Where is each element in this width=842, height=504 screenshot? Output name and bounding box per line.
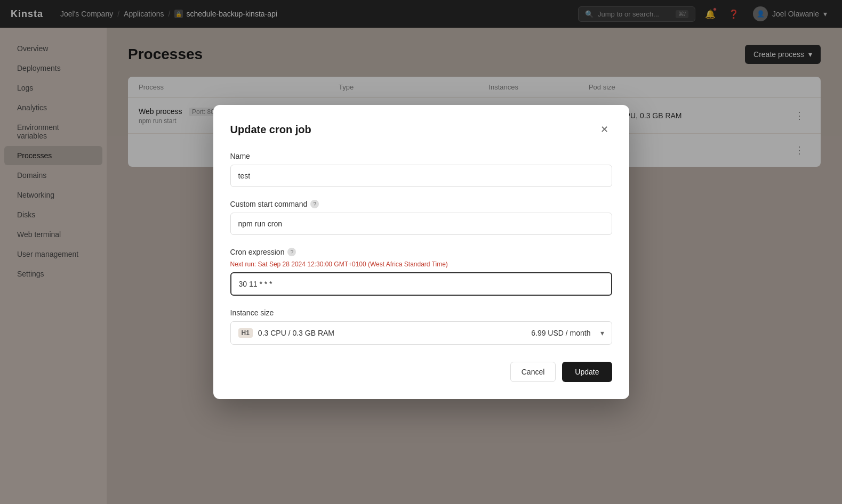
next-run-label: Next run: (230, 261, 256, 268)
name-field-group: Name (230, 152, 612, 187)
instance-price: 6.99 USD / month (531, 329, 590, 337)
instance-size-select[interactable]: H1 0.3 CPU / 0.3 GB RAM 6.99 USD / month… (230, 321, 612, 345)
modal-close-button[interactable]: ✕ (597, 122, 612, 137)
cancel-button[interactable]: Cancel (510, 362, 556, 382)
custom-start-command-input[interactable] (230, 213, 612, 235)
modal-footer: Cancel Update (230, 362, 612, 382)
instance-size-group: Instance size H1 0.3 CPU / 0.3 GB RAM 6.… (230, 308, 612, 345)
cron-expression-group: Cron expression ? Next run: Sat Sep 28 2… (230, 248, 612, 296)
modal-title: Update cron job (230, 124, 311, 136)
cron-expression-help-icon[interactable]: ? (287, 248, 296, 256)
instance-badge: H1 (238, 328, 253, 338)
modal-header: Update cron job ✕ (230, 122, 612, 137)
custom-start-command-group: Custom start command ? (230, 200, 612, 235)
instance-size-label: Instance size (230, 308, 612, 317)
custom-start-command-label: Custom start command ? (230, 200, 612, 208)
modal-overlay: Update cron job ✕ Name Custom start comm… (0, 0, 842, 504)
cron-expression-input[interactable] (230, 272, 612, 296)
update-cron-job-modal: Update cron job ✕ Name Custom start comm… (213, 105, 629, 399)
custom-start-command-help-icon[interactable]: ? (310, 200, 319, 208)
instance-cpu-ram: 0.3 CPU / 0.3 GB RAM (258, 329, 526, 337)
next-run-value: Sat Sep 28 2024 12:30:00 GMT+0100 (West … (258, 261, 448, 268)
main-content: Processes Create process ▾ Process Type … (107, 28, 842, 504)
next-run-info: Next run: Sat Sep 28 2024 12:30:00 GMT+0… (230, 261, 612, 268)
layout: Overview Deployments Logs Analytics Envi… (0, 0, 842, 504)
cron-expression-label: Cron expression ? (230, 248, 612, 256)
update-button[interactable]: Update (562, 362, 612, 382)
name-label: Name (230, 152, 612, 160)
name-input[interactable] (230, 165, 612, 187)
instance-chevron-icon: ▾ (600, 329, 604, 337)
